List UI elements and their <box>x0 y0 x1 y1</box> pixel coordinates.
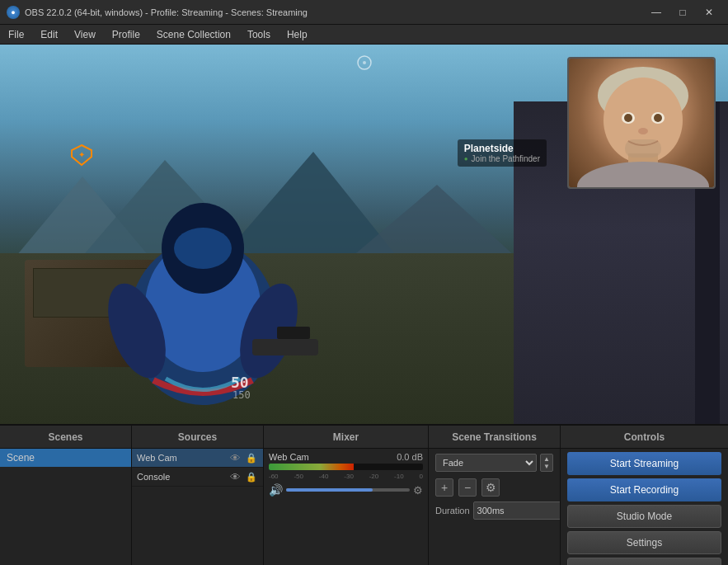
duration-input[interactable] <box>473 501 560 520</box>
svg-point-24 <box>638 128 648 134</box>
minimize-button[interactable]: — <box>644 4 669 21</box>
svg-point-23 <box>654 114 662 122</box>
svg-point-21 <box>624 114 632 122</box>
volume-icon[interactable]: 🔊 <box>269 483 283 497</box>
face-svg <box>569 59 716 189</box>
transitions-content: Fade ▲▼ + − ⚙ Duration ▲▼ <box>429 449 560 565</box>
menu-edit[interactable]: Edit <box>32 25 66 44</box>
transition-remove-button[interactable]: − <box>458 478 477 497</box>
title-left: ● OBS 22.0.2 (64-bit, windows) - Profile… <box>7 6 308 19</box>
mixer-controls-row: 🔊 ⚙ <box>269 483 423 497</box>
hud-top-center <box>356 54 373 73</box>
close-button[interactable]: ✕ <box>697 4 721 21</box>
source-console-icons: 👁 🔒 <box>228 470 258 483</box>
sources-panel: Sources Web Cam 👁 🔒 Console 👁 🔒 <box>132 426 264 565</box>
shield-hud-icon: ✦ <box>70 144 93 167</box>
window-title: OBS 22.0.2 (64-bit, windows) - Profile: … <box>25 7 308 17</box>
duration-row: Duration ▲▼ <box>429 498 560 523</box>
menu-tools[interactable]: Tools <box>239 25 279 44</box>
mixer-header: Mixer <box>264 426 428 449</box>
game-subtitle: ● Join the Pathfinder <box>464 154 540 163</box>
mixer-channel-webcam: Web Cam 0.0 dB -60-50-40-30-20-100 🔊 ⚙ <box>264 449 428 500</box>
window-controls: — □ ✕ <box>644 4 721 21</box>
svg-rect-25 <box>625 139 661 158</box>
svg-rect-10 <box>252 339 318 355</box>
studio-mode-button[interactable]: Studio Mode <box>567 505 721 528</box>
scene-item[interactable]: Scene <box>0 449 131 467</box>
preview-area: ✦ Planetside ● Join the Pathfinder <box>0 45 728 424</box>
mixer-content: Web Cam 0.0 dB -60-50-40-30-20-100 🔊 ⚙ <box>264 449 428 565</box>
character <box>87 141 318 405</box>
controls-header: Controls <box>561 426 728 449</box>
level-bar-container <box>269 464 423 470</box>
menu-file[interactable]: File <box>0 25 32 44</box>
scenes-panel: Scenes Scene <box>0 426 132 565</box>
svg-rect-11 <box>277 327 310 339</box>
bottom-panel: Scenes Scene Sources Web Cam 👁 🔒 Console… <box>0 424 728 565</box>
app-icon: ● <box>7 6 20 19</box>
volume-slider[interactable] <box>286 488 410 492</box>
hud-ammo: 50 <box>231 374 249 391</box>
mixer-label-row: Web Cam 0.0 dB <box>269 452 423 462</box>
transitions-header: Scene Transitions <box>429 426 560 449</box>
game-name-overlay: Planetside ● Join the Pathfinder <box>458 139 547 167</box>
transition-gear-button[interactable]: ⚙ <box>481 478 500 497</box>
source-item-webcam[interactable]: Web Cam 👁 🔒 <box>132 449 263 468</box>
menu-scene-collection[interactable]: Scene Collection <box>148 25 239 44</box>
settings-button[interactable]: Settings <box>567 531 721 554</box>
hud-ammo-reserve: 150 <box>232 389 251 401</box>
svg-point-13 <box>363 61 366 64</box>
scenes-header: Scenes <box>0 426 131 449</box>
svg-point-19 <box>577 162 709 189</box>
menu-profile[interactable]: Profile <box>104 25 148 44</box>
webcam-lock-icon[interactable]: 🔒 <box>245 451 258 464</box>
crosshair-icon <box>356 54 373 71</box>
exit-button[interactable]: Exit <box>567 558 721 565</box>
menu-bar: File Edit View Profile Scene Collection … <box>0 25 728 45</box>
controls-content: Start Streaming Start Recording Studio M… <box>561 449 728 565</box>
mixer-panel: Mixer Web Cam 0.0 dB -60-50-40-30-20-100… <box>264 426 429 565</box>
transition-add-row: + − ⚙ <box>429 477 560 498</box>
start-streaming-button[interactable]: Start Streaming <box>567 452 721 475</box>
title-bar: ● OBS 22.0.2 (64-bit, windows) - Profile… <box>0 0 728 25</box>
transition-type-select[interactable]: Fade <box>435 454 537 472</box>
source-webcam-icons: 👁 🔒 <box>228 451 258 464</box>
transition-spin-btn[interactable]: ▲▼ <box>540 454 553 472</box>
menu-help[interactable]: Help <box>279 25 316 44</box>
console-lock-icon[interactable]: 🔒 <box>245 470 258 483</box>
webcam-overlay <box>567 57 716 189</box>
scenes-content: Scene <box>0 449 131 565</box>
mixer-ticks: -60-50-40-30-20-100 <box>269 473 423 480</box>
mixer-channel-db: 0.0 dB <box>397 452 423 462</box>
game-title: Planetside <box>464 143 540 154</box>
svg-text:✦: ✦ <box>78 150 85 159</box>
maximize-button[interactable]: □ <box>670 4 695 21</box>
webcam-face <box>569 59 714 187</box>
transitions-panel: Scene Transitions Fade ▲▼ + − ⚙ Duration… <box>429 426 561 565</box>
start-recording-button[interactable]: Start Recording <box>567 478 721 501</box>
transition-type-row: Fade ▲▼ <box>429 449 560 477</box>
transition-add-button[interactable]: + <box>435 478 453 497</box>
volume-slider-fill <box>286 488 373 492</box>
hud-shield: ✦ <box>70 144 93 169</box>
sources-header: Sources <box>132 426 263 449</box>
mixer-channel-label: Web Cam <box>269 452 309 462</box>
character-svg <box>87 141 318 405</box>
level-bar-fill <box>269 464 354 470</box>
svg-point-9 <box>174 228 232 269</box>
webcam-visibility-icon[interactable]: 👁 <box>228 451 242 464</box>
menu-view[interactable]: View <box>66 25 104 44</box>
duration-label: Duration <box>435 506 470 516</box>
controls-panel: Controls Start Streaming Start Recording… <box>561 426 728 565</box>
source-item-console[interactable]: Console 👁 🔒 <box>132 468 263 487</box>
mixer-gear-icon[interactable]: ⚙ <box>413 484 423 497</box>
sources-content: Web Cam 👁 🔒 Console 👁 🔒 <box>132 449 263 565</box>
console-visibility-icon[interactable]: 👁 <box>228 470 242 483</box>
